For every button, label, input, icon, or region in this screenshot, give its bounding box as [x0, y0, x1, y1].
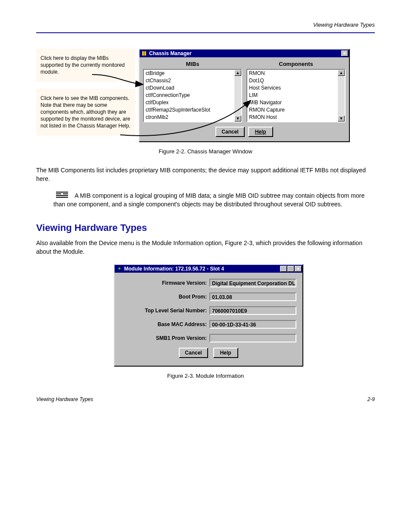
app-icon	[141, 50, 147, 56]
app-icon: ✦	[116, 266, 122, 272]
list-item[interactable]: ctIfConnectionType	[144, 92, 241, 99]
label-firmware: Firmware Version:	[121, 280, 209, 286]
paragraph-module-info: Also available from the Device menu is t…	[36, 239, 375, 256]
mibs-listbox[interactable]: ctBridge ctChassis2 ctDownLoad ctIfConne…	[143, 69, 242, 122]
components-scrollbar[interactable]: ▲ ▼	[338, 70, 345, 121]
chassis-manager-titlebar[interactable]: Chassis Manager ✕	[140, 50, 349, 57]
note-icon	[53, 191, 71, 200]
chassis-manager-title: Chassis Manager	[149, 50, 341, 56]
footer-left: Viewing Hardware Types	[36, 396, 93, 402]
list-item[interactable]: Dot1Q	[247, 77, 345, 84]
list-item[interactable]: RMON Host	[247, 114, 345, 121]
value-boot-prom: 01.03.08	[209, 292, 296, 301]
note-text: A MIB component is a logical grouping of…	[53, 192, 364, 208]
callouts-column: Click here to display the MIBs supported…	[36, 49, 135, 136]
list-item[interactable]: ctBridge	[144, 70, 241, 77]
form-row-mac: Base MAC Address: 00-00-1D-33-41-36	[121, 320, 296, 329]
list-item[interactable]: MIB Navigator	[247, 99, 345, 106]
running-header: Viewing Hardware Types	[36, 22, 375, 28]
paragraph-mib-components: The MIB Components list includes proprie…	[36, 166, 375, 184]
page-footer: Viewing Hardware Types 2-9	[36, 396, 375, 402]
header-rule	[36, 32, 375, 33]
callout-mibs: Click here to display the MIBs supported…	[36, 49, 135, 82]
components-header: Components	[246, 61, 346, 67]
module-information-titlebar[interactable]: ✦ Module Information: 172.19.56.72 - Slo…	[115, 265, 302, 273]
svg-rect-0	[142, 51, 144, 56]
label-smb1: SMB1 Prom Version:	[121, 335, 209, 341]
form-row-serial: Top Level Serial Number: 7060007010E9	[121, 306, 296, 315]
label-mac: Base MAC Address:	[121, 321, 209, 327]
list-item[interactable]: LIM	[247, 92, 345, 99]
module-information-dialog: ✦ Module Information: 172.19.56.72 - Slo…	[114, 264, 303, 367]
list-item[interactable]: RMON Capture	[247, 106, 345, 114]
help-button[interactable]: Help	[248, 127, 273, 137]
module-information-title: Module Information: 172.19.56.72 - Slot …	[124, 266, 280, 272]
cancel-button[interactable]: Cancel	[215, 127, 244, 137]
form-row-firmware: Firmware Version: Digital Equipment Corp…	[121, 279, 296, 287]
note-row: A MIB component is a logical grouping of…	[36, 191, 375, 209]
list-item[interactable]: ctDownLoad	[144, 84, 241, 92]
scroll-up-icon[interactable]: ▲	[338, 70, 345, 76]
svg-rect-1	[144, 51, 146, 56]
footer-right: 2-9	[367, 396, 375, 402]
list-item[interactable]: RMON	[247, 70, 345, 77]
close-icon[interactable]: ✕	[341, 50, 348, 56]
value-smb1	[209, 334, 296, 342]
list-item[interactable]: ctChassis2	[144, 77, 241, 84]
label-serial: Top Level Serial Number:	[121, 308, 209, 314]
section-heading: Viewing Hardware Types	[36, 222, 375, 233]
figure-2-3-caption: Figure 2-3. Module Information	[36, 373, 375, 379]
form-row-smb1: SMB1 Prom Version:	[121, 334, 296, 342]
list-item[interactable]: ctIfRemap2SupInterfaceSlot	[144, 106, 241, 114]
list-item[interactable]: ctIfDuplex	[144, 99, 241, 106]
help-button[interactable]: Help	[213, 348, 238, 358]
cancel-button[interactable]: Cancel	[179, 348, 208, 358]
scroll-down-icon[interactable]: ▼	[338, 115, 345, 121]
components-listbox[interactable]: RMON Dot1Q Host Services LIM MIB Navigat…	[246, 69, 346, 122]
scroll-up-icon[interactable]: ▲	[234, 70, 241, 76]
callout-components: Click here to see the MIB components. No…	[36, 89, 135, 136]
form-row-boot-prom: Boot Prom: 01.03.08	[121, 292, 296, 301]
maximize-icon: □	[287, 266, 294, 272]
mibs-scrollbar[interactable]: ▲ ▼	[234, 70, 241, 121]
label-boot-prom: Boot Prom:	[121, 294, 209, 300]
value-firmware: Digital Equipment Corporation DLE22-M	[209, 279, 296, 287]
value-serial: 7060007010E9	[209, 306, 296, 315]
list-item[interactable]: Host Services	[247, 84, 345, 92]
figure-2-2-caption: Figure 2-2. Chassis Manager Window	[36, 148, 375, 155]
value-mac: 00-00-1D-33-41-36	[209, 320, 296, 329]
scroll-down-icon[interactable]: ▼	[234, 115, 241, 121]
list-item[interactable]: ctronMib2	[144, 114, 241, 121]
minimize-icon[interactable]: _	[280, 266, 287, 272]
mibs-header: MIBs	[143, 61, 242, 67]
chassis-manager-dialog: Chassis Manager ✕ MIBs ctBridge ctChassi…	[139, 49, 350, 142]
close-icon[interactable]: ✕	[295, 266, 302, 272]
